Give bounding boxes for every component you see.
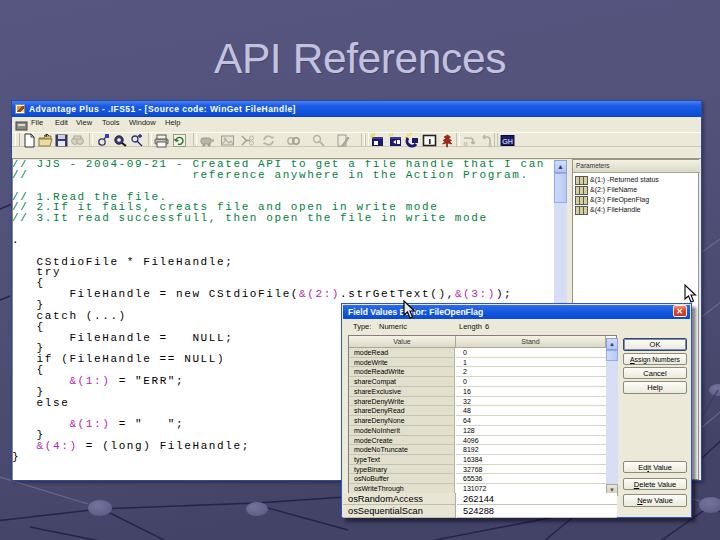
svg-text:GH: GH <box>502 138 513 145</box>
